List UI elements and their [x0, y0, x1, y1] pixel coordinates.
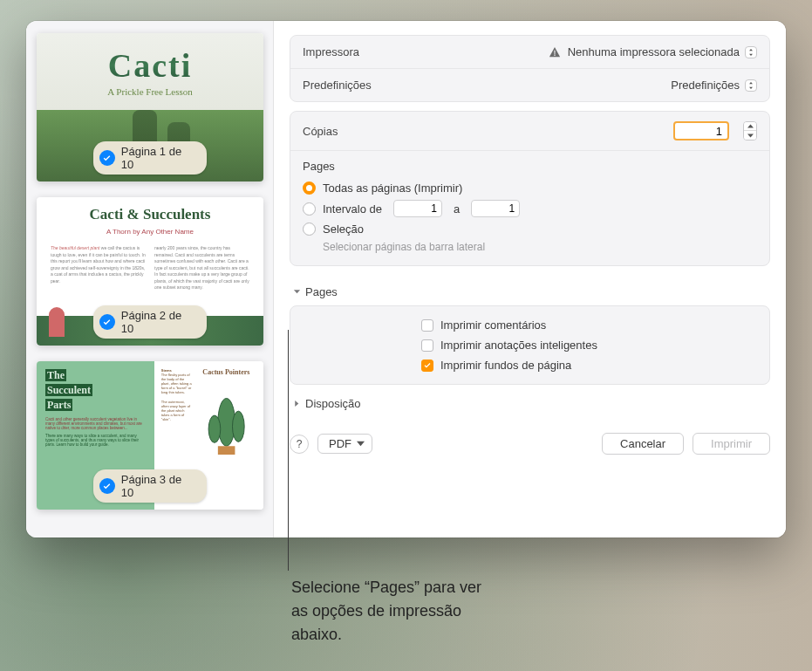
checkbox-icon: [421, 339, 433, 352]
thumb3-badge[interactable]: Página 3 de 10: [93, 469, 207, 503]
callout-line: [288, 330, 289, 571]
thumb3-title-b: Succulent: [45, 384, 92, 396]
layout-disclosure-toggle[interactable]: Disposição: [290, 390, 770, 417]
pages-section-body: Imprimir comentários Imprimir anotações …: [290, 305, 770, 385]
range-to-label: a: [454, 202, 460, 216]
printer-label: Impressora: [303, 45, 359, 58]
copies-input[interactable]: [673, 121, 729, 140]
page-thumbnail-3[interactable]: The Succulent Parts Cacti and other gene…: [37, 361, 263, 510]
pdf-label: PDF: [329, 437, 351, 450]
thumb3-title-a: The: [45, 369, 66, 381]
thumb1-badge-label: Página 1 de 10: [121, 145, 196, 171]
checkbox-smart-annotations[interactable]: Imprimir anotações inteligentes: [421, 339, 757, 352]
copies-pages-card: Cópias Pages Todas as páginas (Imprimir)…: [290, 111, 770, 266]
help-button[interactable]: ?: [290, 435, 309, 454]
pages-heading: Pages: [303, 160, 757, 173]
copies-label: Cópias: [303, 125, 338, 138]
presets-value: Predefinições: [671, 79, 740, 92]
radio-selection[interactable]: Seleção: [303, 220, 757, 238]
check-icon: [99, 478, 115, 494]
pages-section-title: Pages: [305, 285, 338, 298]
thumb2-badge-label: Página 2 de 10: [121, 309, 196, 335]
printer-card: Impressora Nenhuma impressora selecionad…: [290, 35, 770, 102]
range-to-input[interactable]: [471, 200, 520, 217]
page-thumbnail-sidebar: Cacti A Prickle Free Lesson Página 1 de …: [26, 21, 274, 537]
checkbox-backgrounds-label: Imprimir fundos de página: [440, 359, 571, 372]
checkbox-icon: [421, 319, 433, 332]
pages-disclosure-toggle[interactable]: Pages: [290, 278, 770, 305]
checkbox-comments[interactable]: Imprimir comentários: [421, 318, 757, 332]
printer-popup[interactable]: Nenhuma impressora selecionada: [549, 45, 757, 58]
stepper-up-icon[interactable]: [744, 122, 756, 131]
radio-all-label: Todas as páginas (Imprimir): [323, 181, 462, 195]
cancel-button[interactable]: Cancelar: [602, 433, 684, 455]
thumb2-badge[interactable]: Página 2 de 10: [93, 305, 207, 339]
callout: Selecione “Pages” para ver as opções de …: [288, 330, 290, 671]
print-button[interactable]: Imprimir: [693, 433, 770, 455]
thumb3-title-c: Parts: [45, 399, 72, 411]
print-options-panel: Impressora Nenhuma impressora selecionad…: [274, 21, 786, 537]
radio-all-pages[interactable]: Todas as páginas (Imprimir): [303, 179, 757, 197]
stepper-down-icon[interactable]: [744, 131, 756, 140]
thumb1-badge[interactable]: Página 1 de 10: [93, 141, 207, 175]
callout-text: Selecione “Pages” para ver as opções de …: [291, 576, 501, 647]
thumb2-columns: The beautiful desert plant we call the c…: [37, 245, 263, 305]
dialog-footer: ? PDF Cancelar Imprimir: [290, 429, 770, 455]
radio-range[interactable]: Intervalo de a: [303, 197, 757, 220]
print-dialog: Cacti A Prickle Free Lesson Página 1 de …: [26, 21, 786, 537]
page-thumbnail-1[interactable]: Cacti A Prickle Free Lesson Página 1 de …: [37, 33, 263, 181]
pdf-menu-button[interactable]: PDF: [317, 434, 372, 454]
checkbox-smart-label: Imprimir anotações inteligentes: [440, 339, 597, 352]
chevron-updown-icon: [745, 79, 757, 92]
presets-popup[interactable]: Predefinições: [671, 79, 757, 92]
selection-hint: Selecionar páginas da barra lateral: [303, 241, 757, 253]
check-icon: [99, 314, 115, 330]
chevron-updown-icon: [745, 46, 757, 58]
thumb3-badge-label: Página 3 de 10: [121, 473, 196, 499]
thumb1-subtitle: A Prickle Free Lesson: [107, 86, 192, 97]
presets-label: Predefinições: [303, 79, 372, 92]
thumb2-subtitle: A Thorn by Any Other Name: [106, 228, 194, 236]
printer-value: Nenhuma impressora selecionada: [568, 45, 740, 58]
radio-icon: [303, 181, 316, 195]
chevron-down-icon: [293, 288, 301, 296]
svg-point-2: [232, 411, 244, 442]
svg-rect-3: [218, 446, 235, 455]
range-from-input[interactable]: [393, 200, 442, 217]
radio-icon: [303, 202, 316, 216]
checkbox-comments-label: Imprimir comentários: [440, 318, 546, 332]
radio-icon: [303, 223, 316, 236]
layout-section-title: Disposição: [305, 397, 361, 410]
warning-icon: [549, 46, 561, 58]
chevron-right-icon: [293, 400, 301, 407]
chevron-down-icon: [357, 440, 365, 448]
thumb2-title: Cacti & Succulents: [45, 206, 255, 223]
pages-app-section: Pages Imprimir comentários Imprimir anot…: [290, 278, 770, 385]
radio-range-label: Intervalo de: [323, 202, 382, 216]
page-thumbnail-2[interactable]: Cacti & Succulents A Thorn by Any Other …: [37, 197, 263, 346]
check-icon: [99, 150, 115, 166]
thumb1-title: Cacti: [108, 46, 193, 85]
layout-section: Disposição: [290, 390, 770, 417]
checkbox-page-backgrounds[interactable]: Imprimir fundos de página: [421, 359, 757, 372]
svg-point-1: [208, 415, 221, 442]
radio-selection-label: Seleção: [323, 223, 364, 236]
checkbox-icon: [421, 359, 433, 372]
copies-stepper[interactable]: [743, 121, 757, 140]
thumb3-right-title: Cactus Pointers: [196, 368, 256, 376]
